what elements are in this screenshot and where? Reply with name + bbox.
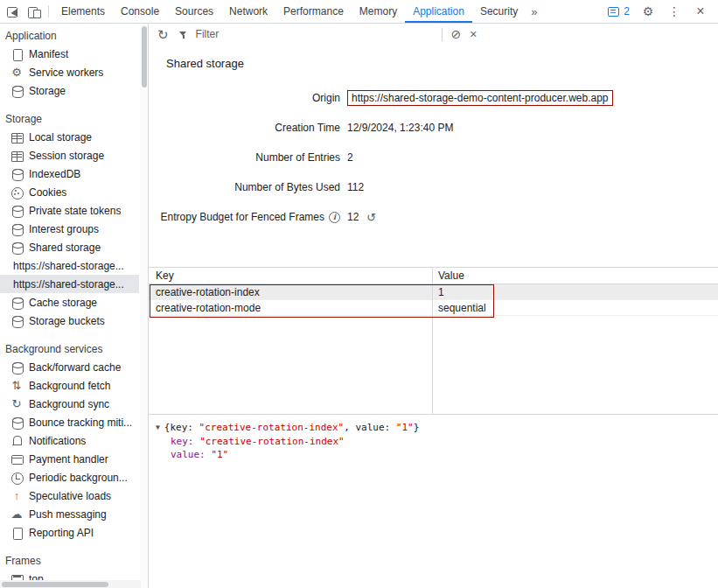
tab-elements[interactable]: Elements: [53, 0, 113, 23]
sidebar-item-private-state-tokens[interactable]: Private state tokens: [0, 201, 139, 220]
sidebar-item-shared-storage-origin-2-selected[interactable]: https://shared-storage...: [0, 275, 139, 293]
up-down-arrows-icon: ⇅: [10, 379, 24, 393]
sidebar-item-background-fetch[interactable]: ⇅ Background fetch: [0, 376, 139, 395]
tab-memory[interactable]: Memory: [352, 0, 405, 23]
devtools-body: Application Manifest ⚙ Service workers S…: [0, 24, 718, 588]
tabbar-right-controls: 2 ⚙ ⋮ ×: [605, 0, 718, 23]
cell-key: creative-rotation-mode: [149, 302, 432, 314]
sidebar-item-background-sync[interactable]: ↻ Background sync: [0, 395, 139, 413]
field-label: Number of Entries: [149, 151, 340, 164]
sidebar-item-label: Notifications: [29, 435, 86, 447]
sidebar-horizontal-scrollbar[interactable]: [0, 580, 141, 588]
sidebar-item-notifications[interactable]: Notifications: [0, 431, 139, 450]
tab-sources[interactable]: Sources: [167, 0, 221, 23]
column-header-value: Value: [432, 270, 464, 282]
more-tabs-button[interactable]: »: [526, 0, 542, 23]
refresh-icon[interactable]: ↻: [157, 28, 169, 41]
item-preview-pane: ▼{key: "creative-rotation-index", value:…: [149, 414, 718, 588]
sidebar-item-cache-storage[interactable]: Cache storage: [0, 293, 139, 312]
field-entropy-budget: Entropy Budget for Fenced Frames 12 ↺: [149, 202, 718, 232]
sidebar-item-push-messaging[interactable]: ☁ Push messaging: [0, 505, 139, 523]
issues-count: 2: [624, 5, 630, 18]
preview-property-line: key: "creative-rotation-index": [156, 435, 711, 449]
database-icon: [10, 241, 24, 255]
issues-counter-button[interactable]: 2: [605, 5, 632, 18]
sync-arrows-icon: ↻: [10, 397, 24, 411]
inspect-element-icon[interactable]: [2, 0, 23, 23]
property-value: "creative-rotation-index": [199, 436, 345, 447]
scrollbar-thumb[interactable]: [142, 26, 147, 88]
sidebar-item-session-storage[interactable]: Session storage: [0, 146, 139, 164]
sidebar-item-interest-groups[interactable]: Interest groups: [0, 220, 139, 238]
sidebar-item-label: Speculative loads: [29, 490, 111, 502]
delete-selected-icon[interactable]: ×: [470, 28, 477, 40]
property-name: key:: [171, 436, 194, 447]
preview-text: {key:: [164, 422, 199, 433]
sidebar-item-payment-handler[interactable]: Payment handler: [0, 450, 139, 468]
sidebar-item-label: Session storage: [29, 150, 104, 162]
info-icon[interactable]: [329, 212, 340, 223]
kebab-menu-icon[interactable]: ⋮: [664, 5, 685, 18]
sidebar-item-periodic-background-sync[interactable]: Periodic backgroun...: [0, 468, 139, 486]
sidebar-item-indexeddb[interactable]: IndexedDB: [0, 164, 139, 183]
database-icon: [10, 84, 24, 98]
sidebar-item-shared-storage-origin-1[interactable]: https://shared-storage...: [0, 256, 139, 275]
sidebar-item-bounce-tracking[interactable]: Bounce tracking miti...: [0, 413, 139, 431]
field-value: 12/9/2024, 1:23:40 PM: [347, 122, 453, 134]
sidebar-item-label: IndexedDB: [29, 168, 80, 180]
table-icon: [10, 130, 24, 144]
preview-summary-line: ▼{key: "creative-rotation-index", value:…: [156, 421, 711, 435]
column-divider[interactable]: [432, 268, 433, 414]
cell-value: sequential: [432, 302, 486, 314]
table-row[interactable]: creative-rotation-mode sequential: [149, 300, 718, 316]
sidebar-item-label: Background fetch: [29, 380, 110, 392]
shared-storage-items-table: Key Value creative-rotation-index 1 crea…: [149, 267, 718, 414]
property-value: "1": [211, 449, 228, 460]
sidebar-item-local-storage[interactable]: Local storage: [0, 128, 139, 146]
sidebar-item-label: Private state tokens: [29, 205, 121, 217]
sidebar-section-frames: Frames: [0, 552, 139, 570]
tab-performance[interactable]: Performance: [275, 0, 352, 23]
filter-input[interactable]: Filter: [178, 28, 433, 40]
tab-network[interactable]: Network: [221, 0, 275, 23]
sidebar-item-reporting-api[interactable]: Reporting API: [0, 523, 139, 542]
device-toolbar-icon[interactable]: [23, 0, 44, 23]
sidebar-item-storage[interactable]: Storage: [0, 81, 139, 100]
cookie-icon: [10, 186, 24, 200]
scrollbar-thumb[interactable]: [2, 582, 108, 587]
reset-budget-icon[interactable]: ↺: [366, 212, 376, 223]
tab-security[interactable]: Security: [472, 0, 526, 23]
clear-all-icon[interactable]: ⊘: [451, 28, 462, 40]
database-icon: [10, 167, 24, 181]
column-header-key: Key: [149, 270, 432, 282]
tab-application[interactable]: Application: [405, 0, 472, 23]
close-devtools-icon[interactable]: ×: [690, 4, 711, 18]
devtools-window: Elements Console Sources Network Perform…: [0, 0, 718, 588]
database-icon: [10, 222, 24, 236]
sidebar-item-speculative-loads[interactable]: ↑ Speculative loads: [0, 486, 139, 505]
sidebar-item-label: Background sync: [29, 398, 109, 410]
sidebar-item-manifest[interactable]: Manifest: [0, 45, 139, 63]
expand-caret-icon[interactable]: ▼: [156, 421, 160, 435]
sidebar-item-back-forward-cache[interactable]: Back/forward cache: [0, 358, 139, 376]
sidebar-item-label: Storage buckets: [29, 315, 105, 327]
sidebar-item-service-workers[interactable]: ⚙ Service workers: [0, 63, 139, 81]
field-label: Origin: [149, 92, 340, 104]
toolbar-divider: [442, 28, 443, 41]
sidebar-item-label: Payment handler: [29, 453, 108, 466]
panel-toolbar: ↻ Filter ⊘ ×: [149, 24, 718, 45]
filter-funnel-icon: [178, 28, 190, 40]
sidebar-vertical-scrollbar[interactable]: [140, 24, 148, 588]
field-value: 12: [347, 211, 359, 223]
sidebar-item-cookies[interactable]: Cookies: [0, 183, 139, 201]
sidebar-item-shared-storage[interactable]: Shared storage: [0, 238, 139, 256]
cell-value: 1: [432, 286, 444, 298]
table-header-row: Key Value: [149, 268, 718, 284]
settings-gear-icon[interactable]: ⚙: [638, 5, 659, 18]
field-number-of-entries: Number of Entries 2: [149, 143, 718, 172]
preview-text: , value:: [344, 422, 396, 433]
table-row[interactable]: creative-rotation-index 1: [149, 284, 718, 300]
sidebar-item-label: Service workers: [29, 66, 103, 79]
sidebar-item-storage-buckets[interactable]: Storage buckets: [0, 312, 139, 330]
tab-console[interactable]: Console: [113, 0, 167, 23]
